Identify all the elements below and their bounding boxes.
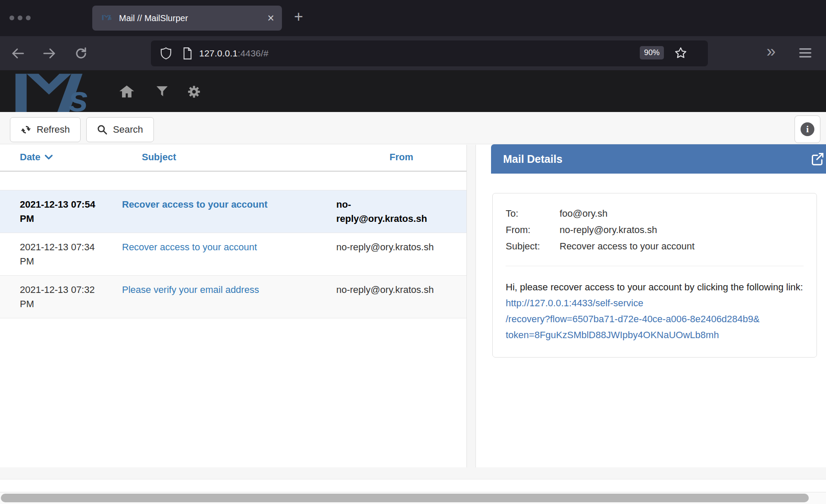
mail-row-selected[interactable]: 2021-12-13 07:54 PM Recover access to yo… xyxy=(0,190,466,233)
search-button[interactable]: Search xyxy=(86,117,154,142)
mail-date: 2021-12-13 07:34 PM xyxy=(20,240,108,268)
column-header-from[interactable]: From xyxy=(336,152,466,163)
zoom-level-badge[interactable]: 90% xyxy=(640,46,664,59)
url-path: :4436/# xyxy=(238,48,268,58)
reload-icon[interactable] xyxy=(72,44,91,63)
browser-window: s Mail // MailSlurper × + xyxy=(0,0,826,504)
mail-from: no-reply@ory.kratos.sh xyxy=(336,197,435,226)
details-divider xyxy=(506,266,804,266)
footer-strip xyxy=(0,467,826,479)
mail-date: 2021-12-13 07:32 PM xyxy=(20,283,108,311)
open-external-icon[interactable] xyxy=(810,152,824,166)
window-controls[interactable] xyxy=(9,16,31,20)
overflow-chevrons-icon[interactable]: » xyxy=(767,42,776,61)
tab-title: Mail // MailSlurper xyxy=(119,13,267,23)
url-bar[interactable]: 127.0.0.1:4436/# 90% xyxy=(151,40,708,66)
to-value: foo@ory.sh xyxy=(560,205,804,222)
date-column-label: Date xyxy=(20,152,41,163)
app-toolbar: Refresh Search i xyxy=(0,112,826,144)
mail-subject-link[interactable]: Recover access to your account xyxy=(122,199,267,210)
back-icon[interactable] xyxy=(9,44,28,63)
page-icon[interactable] xyxy=(183,47,192,59)
svg-text:s: s xyxy=(109,16,112,21)
info-icon: i xyxy=(801,122,814,136)
mail-details-header: Mail Details xyxy=(491,144,826,174)
subject-value: Recover access to your account xyxy=(560,238,804,255)
refresh-button-label: Refresh xyxy=(37,124,70,135)
browser-tab[interactable]: s Mail // MailSlurper × xyxy=(92,6,282,31)
menu-icon[interactable] xyxy=(798,47,812,60)
panel-divider xyxy=(467,145,476,467)
forward-icon[interactable] xyxy=(40,44,59,63)
mailslurper-logo[interactable]: s xyxy=(13,72,99,114)
new-tab-button[interactable]: + xyxy=(294,8,303,26)
app-navbar: s xyxy=(0,70,826,112)
mail-details-card: To: foo@ory.sh From: no-reply@ory.kratos… xyxy=(492,193,817,358)
column-header-date[interactable]: Date xyxy=(20,152,142,163)
mail-subject-link[interactable]: Please verify your email address xyxy=(122,284,259,295)
search-button-label: Search xyxy=(113,124,143,135)
tab-close-icon[interactable]: × xyxy=(267,12,274,24)
horizontal-scrollbar[interactable] xyxy=(0,492,826,504)
scrollbar-thumb[interactable] xyxy=(1,494,809,502)
sort-desc-icon xyxy=(45,155,53,160)
filter-icon[interactable] xyxy=(153,83,171,100)
recovery-link[interactable]: http://127.0.0.1:4433/self-service/recov… xyxy=(506,298,804,343)
mail-row[interactable]: 2021-12-13 07:34 PM Recover access to yo… xyxy=(0,233,466,275)
url-text: 127.0.0.1:4436/# xyxy=(199,48,269,59)
mail-date: 2021-12-13 07:54 PM xyxy=(20,197,108,226)
subject-label: Subject: xyxy=(506,238,560,255)
meta-row-from: From: no-reply@ory.kratos.sh xyxy=(506,222,804,238)
recovery-link-line2: /recovery?flow=6507ba71-d72e-40ce-a006-8… xyxy=(506,311,804,327)
refresh-icon xyxy=(21,124,31,135)
info-button[interactable]: i xyxy=(795,115,820,143)
shield-icon[interactable] xyxy=(160,47,172,59)
mail-list-header: Date Subject From xyxy=(0,145,466,172)
search-icon xyxy=(97,124,107,135)
meta-row-to: To: foo@ory.sh xyxy=(506,205,804,222)
meta-row-subject: Subject: Recover access to your account xyxy=(506,238,804,255)
tab-strip: s Mail // MailSlurper × + xyxy=(0,0,826,36)
refresh-button[interactable]: Refresh xyxy=(10,117,81,142)
mail-body: Hi, please recover access to your accoun… xyxy=(506,279,804,343)
logo-s-letter: s xyxy=(69,78,89,112)
column-header-subject[interactable]: Subject xyxy=(142,152,336,163)
mail-list-panel: Date Subject From 2021-12-13 07:54 PM Re… xyxy=(0,145,467,467)
settings-gear-icon[interactable] xyxy=(185,83,203,100)
to-label: To: xyxy=(506,205,560,222)
bookmark-star-icon[interactable] xyxy=(674,47,687,61)
from-value: no-reply@ory.kratos.sh xyxy=(560,222,804,238)
url-host: 127.0.0.1 xyxy=(199,48,238,58)
recovery-link-line1: http://127.0.0.1:4433/self-service xyxy=(506,298,643,308)
mail-details-title: Mail Details xyxy=(503,153,563,165)
from-label: From: xyxy=(506,222,560,238)
mail-body-text: Hi, please recover access to your accoun… xyxy=(506,282,803,292)
mail-rows: 2021-12-13 07:54 PM Recover access to yo… xyxy=(0,190,466,318)
home-icon[interactable] xyxy=(118,83,135,100)
mail-row[interactable]: 2021-12-13 07:32 PM Please verify your e… xyxy=(0,275,466,318)
mail-details-panel: Mail Details To: foo@ory.sh From: no-rep… xyxy=(476,145,826,467)
mail-from: no-reply@ory.kratos.sh xyxy=(336,283,435,297)
recovery-link-line3: token=8FguKzSMblD88JWIpby4OKNaUOwLb8mh xyxy=(506,327,804,343)
mail-from: no-reply@ory.kratos.sh xyxy=(336,240,435,254)
mailslurper-favicon: s xyxy=(102,14,113,23)
mail-subject-link[interactable]: Recover access to your account xyxy=(122,242,257,252)
browser-toolbar: 127.0.0.1:4436/# 90% » xyxy=(0,36,826,70)
